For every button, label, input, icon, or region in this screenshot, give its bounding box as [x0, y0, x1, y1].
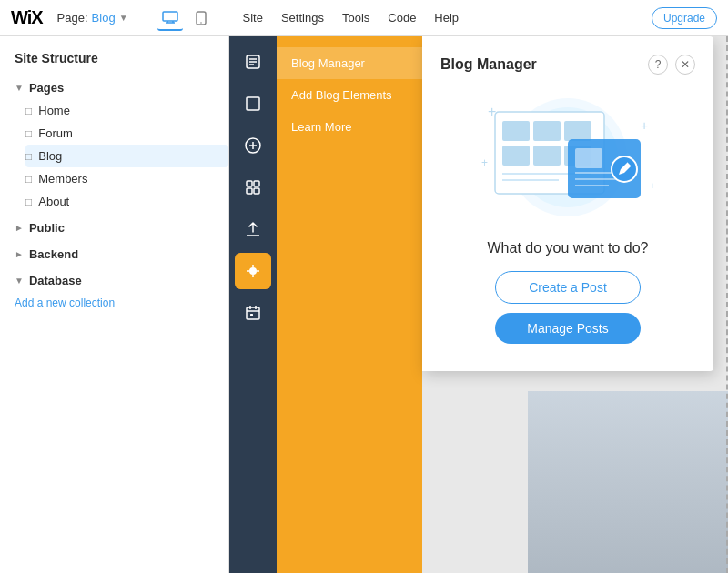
blog-manager-header: Blog Manager ? ✕ — [440, 55, 695, 75]
about-label: About — [38, 195, 69, 208]
main-layout: Site Structure ▼ Pages □ Home □ Forum □ … — [0, 36, 728, 573]
chevron-down-icon: ▼ — [119, 13, 128, 23]
svg-rect-16 — [247, 188, 252, 194]
blog-manager-panel: Blog Manager ? ✕ — [422, 36, 713, 371]
canvas-area: Blog Manager Add Blog Elements Learn Mor… — [277, 36, 728, 573]
home-label: Home — [38, 104, 70, 117]
forum-label: Forum — [38, 126, 73, 140]
apps-toolbar-icon[interactable] — [235, 169, 271, 206]
svg-point-19 — [249, 267, 257, 275]
background-city-image — [528, 391, 728, 573]
close-button[interactable]: ✕ — [675, 55, 695, 75]
blog-illustration: + + + + — [468, 89, 668, 226]
public-label: Public — [29, 221, 65, 235]
backend-arrow-icon: ► — [15, 249, 24, 259]
help-button[interactable]: ? — [648, 55, 668, 75]
svg-rect-30 — [564, 121, 592, 141]
desktop-view-button[interactable] — [157, 5, 183, 31]
svg-rect-31 — [502, 146, 530, 166]
manage-posts-button[interactable]: Manage Posts — [495, 313, 641, 344]
sidebar-item-blog[interactable]: □ Blog — [25, 145, 228, 167]
blog-manager-toolbar-icon[interactable] — [235, 44, 271, 80]
nav-help[interactable]: Help — [434, 11, 459, 25]
pages-arrow-icon: ▼ — [15, 83, 24, 93]
database-section: ▼ Database Add a new collection — [0, 269, 228, 314]
blog-label: Blog — [38, 149, 62, 163]
add-collection-link[interactable]: Add a new collection — [0, 292, 228, 314]
svg-rect-20 — [247, 307, 259, 319]
orange-panel: Blog Manager Add Blog Elements Learn Mor… — [277, 36, 422, 573]
pages-label: Pages — [29, 81, 64, 95]
svg-rect-28 — [502, 121, 530, 141]
svg-text:+: + — [481, 156, 488, 169]
members-page-icon: □ — [25, 173, 32, 186]
calendar-toolbar-icon[interactable] — [235, 295, 271, 331]
nav-code[interactable]: Code — [388, 11, 416, 25]
database-arrow-icon: ▼ — [15, 276, 24, 286]
create-post-button[interactable]: Create a Post — [495, 271, 641, 304]
sidebar-item-about[interactable]: □ About — [25, 190, 228, 213]
pages-children: □ Home □ Forum □ Blog □ Members □ Abou — [0, 99, 228, 213]
blog-toolbar-icon[interactable] — [235, 253, 271, 289]
backend-section-header[interactable]: ► Backend — [0, 243, 228, 266]
sidebar-item-members[interactable]: □ Members — [25, 167, 228, 190]
svg-rect-29 — [533, 121, 561, 141]
upgrade-button[interactable]: Upgrade — [652, 7, 717, 29]
backend-section: ► Backend — [0, 243, 228, 266]
public-arrow-icon: ► — [15, 223, 24, 233]
add-blog-elements-menu-item[interactable]: Add Blog Elements — [277, 79, 422, 111]
pages-section-header[interactable]: ▼ Pages — [0, 76, 228, 99]
forum-page-icon: □ — [25, 127, 32, 140]
blog-manager-title: Blog Manager — [440, 56, 537, 73]
header-actions: ? ✕ — [648, 55, 695, 75]
mobile-view-button[interactable] — [188, 5, 214, 31]
svg-rect-24 — [250, 314, 253, 316]
blog-page-icon: □ — [25, 150, 32, 163]
page-selector[interactable]: Page: Blog ▼ — [57, 11, 128, 25]
svg-rect-37 — [575, 148, 602, 168]
svg-rect-10 — [247, 97, 259, 110]
shapes-toolbar-icon[interactable] — [235, 85, 271, 122]
wix-logo: WiX — [11, 7, 43, 28]
svg-rect-14 — [247, 181, 252, 186]
sidebar-item-home[interactable]: □ Home — [25, 99, 228, 122]
about-page-icon: □ — [25, 196, 32, 208]
blog-manager-menu-item[interactable]: Blog Manager — [277, 47, 422, 79]
svg-text:+: + — [488, 104, 496, 119]
svg-text:+: + — [650, 181, 655, 191]
pages-section: ▼ Pages □ Home □ Forum □ Blog □ Mem — [0, 76, 228, 213]
top-nav: Site Settings Tools Code Help — [243, 11, 460, 25]
svg-rect-15 — [254, 181, 259, 186]
svg-rect-32 — [533, 146, 561, 166]
nav-settings[interactable]: Settings — [281, 11, 324, 25]
topbar: WiX Page: Blog ▼ Site Settings Tools Cod… — [0, 0, 728, 36]
members-label: Members — [38, 172, 87, 186]
icon-toolbar — [229, 36, 277, 573]
page-name: Blog — [92, 11, 116, 25]
nav-site[interactable]: Site — [243, 11, 263, 25]
backend-label: Backend — [29, 247, 78, 261]
add-toolbar-icon[interactable] — [235, 127, 271, 164]
database-label: Database — [29, 274, 82, 287]
home-page-icon: □ — [25, 105, 32, 117]
page-label: Page: — [57, 11, 88, 25]
nav-tools[interactable]: Tools — [342, 11, 369, 25]
database-section-header[interactable]: ▼ Database — [0, 269, 228, 292]
sidebar: Site Structure ▼ Pages □ Home □ Forum □ … — [0, 36, 229, 573]
blog-manager-question: What do you want to do? — [488, 240, 649, 256]
svg-point-5 — [200, 22, 202, 24]
public-section-header[interactable]: ► Public — [0, 216, 228, 239]
learn-more-menu-item[interactable]: Learn More — [277, 111, 422, 143]
sidebar-item-forum[interactable]: □ Forum — [25, 122, 228, 145]
upload-toolbar-icon[interactable] — [235, 211, 271, 247]
svg-rect-0 — [163, 12, 177, 21]
public-section: ► Public — [0, 216, 228, 239]
svg-text:+: + — [641, 118, 648, 133]
svg-rect-17 — [254, 188, 259, 194]
device-icons — [157, 5, 214, 31]
sidebar-title: Site Structure — [0, 47, 228, 76]
